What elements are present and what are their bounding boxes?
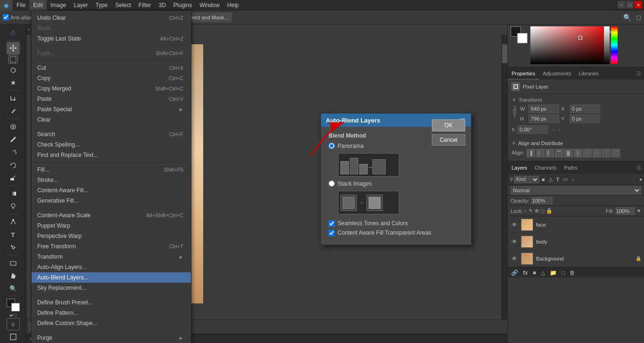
shape-tool[interactable] — [7, 257, 20, 269]
seamless-checkbox[interactable] — [329, 220, 335, 227]
filter-shape-icon[interactable]: ▭ — [561, 176, 569, 182]
default-colors-icon[interactable]: □ — [14, 313, 17, 318]
menu-plugins[interactable]: Plugins — [170, 0, 196, 10]
cancel-button[interactable]: Cancel — [432, 134, 465, 146]
perspective-warp-item[interactable]: Perspective Warp — [32, 231, 191, 241]
search-item[interactable]: Search Ctrl+F — [32, 129, 191, 139]
content-aware-checkbox[interactable] — [329, 230, 335, 236]
paste-item[interactable]: Paste Ctrl+V — [32, 94, 191, 104]
check-spelling-item[interactable]: Check Spelling... — [32, 139, 191, 150]
fill-item[interactable]: Fill... Shift+F5 — [32, 164, 191, 175]
search-icon[interactable]: 🔍 — [623, 14, 631, 21]
tab-libraries[interactable]: Libraries — [575, 67, 603, 80]
marquee-tool[interactable] — [8, 55, 18, 64]
tab-paths[interactable]: Paths — [561, 162, 581, 174]
free-transform-item[interactable]: Free Transform Ctrl+T — [32, 241, 191, 252]
distribute-right-icon[interactable]: ⋅ — [602, 149, 611, 157]
filter-smart-icon[interactable]: ○ — [570, 177, 576, 182]
quick-mask-button[interactable]: Q — [7, 318, 20, 330]
layer-folder-icon[interactable]: 📁 — [548, 270, 558, 276]
crop-tool[interactable] — [7, 92, 20, 105]
color-spectrum[interactable] — [611, 26, 618, 64]
maximize-button[interactable]: □ — [626, 1, 634, 8]
path-selection-tool[interactable] — [7, 241, 20, 253]
blend-mode-select[interactable]: Normal — [511, 186, 641, 195]
menu-type[interactable]: Type — [91, 0, 111, 10]
content-aware-fill-item[interactable]: Content-Aware Fill... — [32, 185, 191, 196]
menu-window[interactable]: Window — [196, 0, 223, 10]
lasso-tool[interactable] — [7, 64, 20, 76]
layer-visibility-face[interactable]: 👁 — [511, 221, 518, 229]
layer-fx-icon[interactable]: fx — [521, 270, 529, 276]
menu-help[interactable]: Help — [223, 0, 243, 10]
align-middle-v-icon[interactable]: ▓ — [564, 149, 573, 157]
puppet-warp-item[interactable]: Puppet Warp — [32, 220, 191, 231]
move-tool[interactable] — [7, 42, 20, 54]
color-swatches[interactable] — [7, 299, 20, 311]
lock-image-icon[interactable]: ✎ — [528, 208, 533, 214]
width-props-input[interactable] — [528, 105, 559, 113]
x-props-input[interactable] — [570, 105, 600, 113]
layer-visibility-body[interactable]: 👁 — [511, 238, 518, 245]
workspace-icon[interactable]: ▢ — [636, 14, 641, 21]
kind-filter-select[interactable]: Kind — [514, 176, 539, 183]
flip-h-icon[interactable]: ↔ — [552, 127, 556, 132]
define-shape-item[interactable]: Define Custom Shape... — [32, 318, 191, 328]
clear-item[interactable]: Clear — [32, 114, 191, 125]
tab-layers[interactable]: Layers — [508, 162, 531, 174]
tab-channels[interactable]: Channels — [531, 162, 560, 174]
magic-wand-tool[interactable] — [7, 77, 20, 89]
ok-button[interactable]: OK — [432, 119, 465, 131]
toggle-last-state-item[interactable]: Toggle Last State Alt+Ctrl+Z — [32, 33, 191, 44]
swap-colors-icon[interactable]: ⇄ — [9, 313, 13, 318]
copy-merged-item[interactable]: Copy Merged Shift+Ctrl+C — [32, 83, 191, 94]
content-aware-scale-item[interactable]: Content-Aware Scale Alt+Shift+Ctrl+C — [32, 210, 191, 220]
fill-arrow[interactable]: ▼ — [636, 208, 641, 213]
menu-filter[interactable]: Filter — [135, 0, 155, 10]
filter-pixel-icon[interactable]: ■ — [540, 177, 546, 182]
menu-file[interactable]: File — [13, 0, 29, 10]
pen-tool[interactable] — [7, 216, 20, 228]
opacity-input[interactable] — [531, 197, 553, 204]
align-bottom-icon[interactable]: ▒ — [574, 149, 582, 157]
layer-visibility-background[interactable]: 👁 — [511, 255, 518, 262]
distribute-center-icon[interactable]: ⋯ — [593, 149, 601, 157]
eraser-tool[interactable] — [7, 172, 20, 184]
panel-options-icon[interactable]: ☰ — [634, 67, 644, 80]
ps-logo[interactable]: ◆ — [0, 0, 13, 10]
tab-adjustments[interactable]: Adjustments — [539, 67, 575, 80]
align-center-h-icon[interactable]: ▏ — [536, 149, 545, 157]
color-opacity[interactable] — [604, 26, 610, 64]
menu-select[interactable]: Select — [111, 0, 134, 10]
tab-properties[interactable]: Properties — [508, 67, 539, 80]
flip-v-icon[interactable]: ↕ — [558, 127, 561, 132]
brush-tool[interactable] — [7, 133, 20, 146]
layer-item-background[interactable]: 👁 Background 🔒 — [508, 250, 644, 267]
rotation-input[interactable] — [517, 125, 548, 134]
color-gradient-area[interactable] — [530, 26, 618, 64]
layers-panel-menu[interactable]: ☰ — [634, 162, 644, 174]
align-arrow[interactable]: ▼ — [512, 141, 516, 146]
layer-delete-icon[interactable]: 🗑 — [568, 270, 577, 276]
auto-align-item[interactable]: Auto-Align Layers... — [32, 262, 191, 272]
undo-item[interactable]: Undo Clear Ctrl+Z — [32, 13, 191, 23]
distribute-left-icon[interactable]: ⋮ — [583, 149, 592, 157]
panorama-radio[interactable] — [329, 143, 335, 149]
dodge-tool[interactable] — [7, 200, 20, 212]
stroke-item[interactable]: Stroke... — [32, 175, 191, 185]
stack-images-radio[interactable] — [329, 180, 335, 187]
anti-alias-checkbox[interactable] — [3, 14, 9, 20]
lock-artboard-icon[interactable]: □ — [541, 208, 544, 214]
text-tool[interactable]: T — [7, 229, 20, 241]
layer-link-icon[interactable]: 🔗 — [510, 270, 520, 276]
copy-item[interactable]: Copy Ctrl+C — [32, 73, 191, 83]
define-pattern-item[interactable]: Define Pattern... — [32, 308, 191, 318]
fill-input[interactable] — [616, 207, 635, 215]
healing-tool[interactable] — [7, 121, 20, 133]
height-props-input[interactable] — [528, 114, 559, 123]
clone-stamp-tool[interactable] — [7, 146, 20, 158]
find-replace-item[interactable]: Find and Replace Text... — [32, 150, 191, 160]
transform-arrow[interactable]: ▼ — [512, 97, 517, 103]
filter-toggle[interactable]: ● — [639, 177, 642, 182]
screen-mode-button[interactable] — [7, 331, 20, 343]
